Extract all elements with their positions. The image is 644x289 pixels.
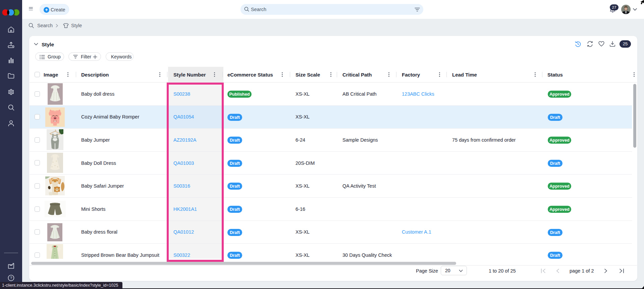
svg-text:?: ? (10, 276, 12, 280)
